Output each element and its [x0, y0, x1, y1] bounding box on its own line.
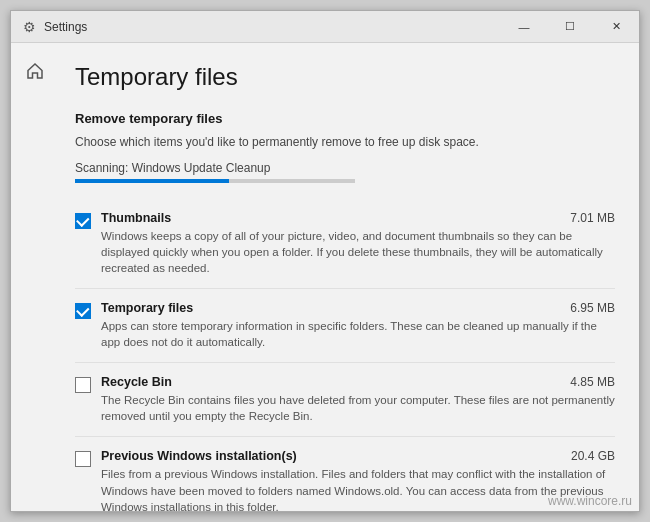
checkbox-wrap — [75, 303, 91, 319]
checkbox-wrap — [75, 451, 91, 467]
progress-bar-fill — [75, 179, 229, 183]
titlebar-controls: — ☐ ✕ — [501, 11, 639, 43]
item-text-0: Thumbnails7.01 MBWindows keeps a copy of… — [101, 211, 615, 276]
list-item: Previous Windows installation(s)20.4 GBF… — [75, 436, 615, 511]
item-text-1: Temporary files6.95 MBApps can store tem… — [101, 301, 615, 350]
item-name: Previous Windows installation(s) — [101, 449, 297, 463]
titlebar-title: Settings — [44, 20, 87, 34]
section-title: Remove temporary files — [75, 111, 615, 126]
item-name: Thumbnails — [101, 211, 171, 225]
item-description: Files from a previous Windows installati… — [101, 466, 615, 511]
item-checkbox-0[interactable] — [75, 213, 91, 229]
titlebar: ⚙ Settings — ☐ ✕ — [11, 11, 639, 43]
item-checkbox-1[interactable] — [75, 303, 91, 319]
checkbox-wrap — [75, 377, 91, 393]
item-name: Temporary files — [101, 301, 193, 315]
description-text: Choose which items you'd like to permane… — [75, 134, 615, 151]
close-button[interactable]: ✕ — [593, 11, 639, 43]
progress-bar-container — [75, 179, 355, 183]
settings-window: ⚙ Settings — ☐ ✕ Temporary files Remove … — [10, 10, 640, 512]
item-size: 4.85 MB — [570, 375, 615, 389]
checkbox-wrap — [75, 213, 91, 229]
item-name: Recycle Bin — [101, 375, 172, 389]
list-item: Thumbnails7.01 MBWindows keeps a copy of… — [75, 199, 615, 288]
items-list: Thumbnails7.01 MBWindows keeps a copy of… — [75, 199, 615, 511]
item-checkbox-3[interactable] — [75, 451, 91, 467]
item-size: 7.01 MB — [570, 211, 615, 225]
item-size: 6.95 MB — [570, 301, 615, 315]
home-icon[interactable] — [19, 55, 51, 87]
page-title: Temporary files — [75, 63, 615, 91]
item-checkbox-2[interactable] — [75, 377, 91, 393]
item-text-3: Previous Windows installation(s)20.4 GBF… — [101, 449, 615, 511]
item-description: Apps can store temporary information in … — [101, 318, 615, 350]
settings-gear-icon: ⚙ — [23, 19, 36, 35]
item-description: The Recycle Bin contains files you have … — [101, 392, 615, 424]
content-area: Temporary files Remove temporary files C… — [11, 43, 639, 511]
scanning-label: Scanning: Windows Update Cleanup — [75, 161, 615, 175]
item-text-2: Recycle Bin4.85 MBThe Recycle Bin contai… — [101, 375, 615, 424]
list-item: Recycle Bin4.85 MBThe Recycle Bin contai… — [75, 362, 615, 436]
item-size: 20.4 GB — [571, 449, 615, 463]
list-item: Temporary files6.95 MBApps can store tem… — [75, 288, 615, 362]
maximize-button[interactable]: ☐ — [547, 11, 593, 43]
sidebar — [11, 43, 59, 511]
main-content: Temporary files Remove temporary files C… — [59, 43, 639, 511]
item-description: Windows keeps a copy of all of your pict… — [101, 228, 615, 276]
titlebar-left: ⚙ Settings — [23, 19, 87, 35]
minimize-button[interactable]: — — [501, 11, 547, 43]
